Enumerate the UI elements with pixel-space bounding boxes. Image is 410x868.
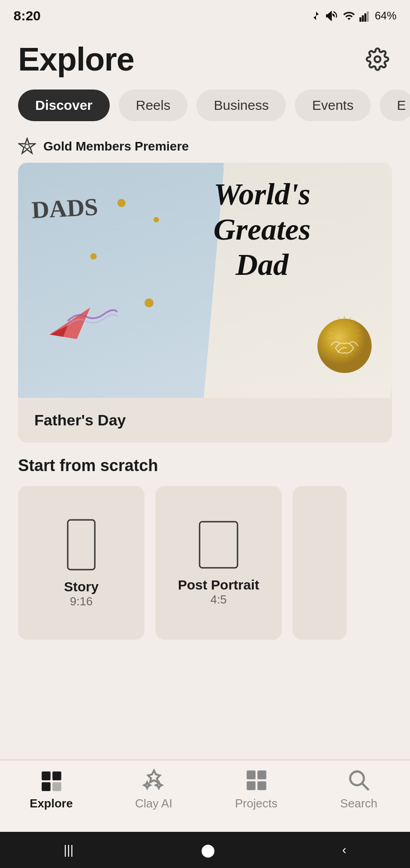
android-menu-btn[interactable]: ||| (64, 843, 74, 857)
bottom-navigation: Explore Clay AI Projects (0, 760, 410, 832)
tab-events[interactable]: Events (295, 90, 371, 121)
story-icon (63, 518, 99, 572)
svg-rect-16 (52, 782, 61, 791)
clay-ai-nav-label: Clay AI (135, 797, 172, 811)
story-ratio: 9:16 (64, 594, 99, 609)
android-home-btn[interactable]: ⬤ (201, 843, 215, 858)
scratch-cards-list: Story 9:16 Post Portrait 4:5 (18, 486, 392, 640)
post-portrait-ratio: 4:5 (178, 593, 259, 607)
featured-card[interactable]: DADS World'sGreatesDad (18, 163, 392, 443)
svg-rect-0 (359, 17, 361, 22)
explore-nav-icon (39, 768, 64, 793)
projects-nav-icon (244, 768, 269, 793)
svg-rect-1 (362, 15, 363, 22)
scratch-card-partial (293, 486, 347, 640)
svg-rect-14 (52, 772, 61, 781)
signal-icon (359, 9, 371, 22)
category-tabs: Discover Reels Business Events E (0, 82, 410, 128)
gold-seal-icon (311, 312, 378, 380)
card-main-text: World'sGreatesDad (214, 176, 311, 283)
page-title: Explore (18, 41, 134, 78)
svg-rect-3 (367, 11, 368, 22)
android-back-btn[interactable]: ‹ (342, 843, 346, 857)
nav-item-clay-ai[interactable]: Clay AI (113, 768, 195, 811)
svg-point-4 (375, 57, 381, 62)
scratch-card-post-portrait[interactable]: Post Portrait 4:5 (155, 486, 282, 640)
svg-rect-12 (200, 522, 238, 568)
wifi-icon (342, 9, 356, 22)
post-portrait-icon (196, 519, 241, 570)
post-portrait-label: Post Portrait (178, 577, 259, 593)
featured-card-image: DADS World'sGreatesDad (18, 163, 392, 398)
status-time: 8:20 (14, 8, 41, 24)
scratch-title: Start from scratch (18, 456, 392, 475)
svg-rect-19 (247, 781, 256, 790)
svg-marker-5 (19, 138, 35, 153)
featured-card-caption: Father's Day (18, 398, 392, 443)
story-label: Story (64, 579, 99, 594)
battery-text: 64% (375, 9, 396, 22)
svg-rect-18 (257, 770, 266, 779)
clay-ai-nav-icon (141, 768, 167, 793)
search-nav-icon (346, 768, 372, 793)
scratch-section: Start from scratch Story 9:16 Post Portr (0, 443, 410, 649)
status-bar: 8:20 64% (0, 0, 410, 32)
tab-reels[interactable]: Reels (119, 90, 188, 121)
svg-point-21 (350, 772, 363, 785)
nav-item-explore[interactable]: Explore (11, 768, 92, 811)
dads-text: DADS (31, 193, 98, 224)
svg-line-22 (362, 783, 368, 790)
status-icons: 64% (310, 9, 396, 22)
tab-discover[interactable]: Discover (18, 90, 110, 121)
explore-nav-label: Explore (30, 797, 73, 811)
svg-rect-15 (42, 782, 51, 791)
header: Explore (0, 32, 410, 82)
mute-icon (326, 9, 339, 22)
search-nav-label: Search (340, 797, 377, 811)
svg-point-6 (25, 144, 29, 149)
tab-business[interactable]: Business (196, 90, 286, 121)
svg-rect-20 (257, 781, 266, 790)
svg-rect-11 (68, 520, 95, 570)
projects-nav-label: Projects (235, 797, 278, 811)
gold-members-section: Gold Members Premiere (0, 128, 410, 163)
gear-icon (366, 47, 389, 71)
svg-rect-13 (42, 772, 51, 781)
gold-star-icon (18, 137, 36, 156)
gold-members-label: Gold Members Premiere (43, 139, 189, 154)
tab-more[interactable]: E (380, 90, 410, 121)
svg-rect-17 (247, 770, 256, 779)
nav-item-projects[interactable]: Projects (216, 768, 297, 811)
svg-rect-2 (364, 14, 366, 22)
scratch-card-story[interactable]: Story 9:16 (18, 486, 144, 640)
android-nav-bar: ||| ⬤ ‹ (0, 832, 410, 868)
settings-button[interactable] (363, 45, 392, 74)
bluetooth-icon (310, 9, 322, 22)
nav-item-search[interactable]: Search (318, 768, 400, 811)
wavy-lines-icon (63, 303, 117, 326)
